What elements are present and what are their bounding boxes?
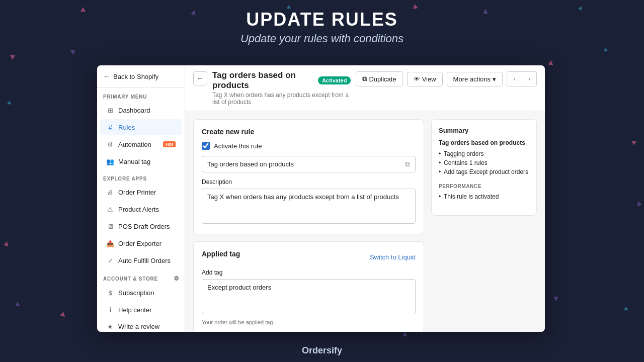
auto-fulfill-icon: ✓ [106, 256, 114, 264]
activate-checkbox[interactable] [202, 142, 210, 150]
app-container: ← Back to Shopify PRIMARY MENU ⊞ Dashboa… [97, 65, 545, 332]
duplicate-icon: ⧉ [362, 75, 367, 83]
sidebar-item-label: Manual tag [118, 158, 150, 165]
topbar: ← Tag orders based on products Activated… [185, 65, 545, 111]
pos-icon: 🖥 [106, 222, 114, 230]
primary-menu-label: PRIMARY MENU [97, 88, 185, 102]
summary-item-0: Tagging orders [439, 149, 529, 158]
duplicate-button[interactable]: ⧉ Duplicate [356, 71, 403, 86]
sidebar-item-label: Rules [118, 124, 135, 131]
activate-label: Activate this rule [214, 142, 262, 150]
summary-card: Summary Tag orders based on products Tag… [431, 119, 537, 216]
sidebar-item-auto-fulfill[interactable]: ✓ Auto Fulfill Orders [100, 252, 182, 268]
automation-icon: ⚙ [106, 140, 114, 148]
sidebar-item-order-printer[interactable]: 🖨 Order Printer [100, 184, 182, 200]
sidebar-item-label: Order Printer [118, 189, 156, 196]
sidebar-item-label: Auto Fulfill Orders [118, 257, 171, 264]
activate-checkbox-row: Activate this rule [202, 142, 416, 150]
topbar-title-area: Tag orders based on products Activated T… [212, 70, 351, 106]
explore-label: EXPLORE APPS [97, 170, 185, 184]
subscription-icon: $ [106, 289, 114, 297]
chevron-down-icon: ▾ [493, 75, 496, 83]
sidebar-item-label: Order Exporter [118, 240, 162, 247]
settings-icon[interactable]: ⚙ [174, 275, 180, 282]
sidebar-item-pos-draft-orders[interactable]: 🖥 POS Draft Orders [100, 218, 182, 234]
next-arrow-button[interactable]: › [522, 71, 537, 86]
performance-list: This rule is activated [439, 192, 529, 201]
dashboard-icon: ⊞ [106, 106, 114, 114]
create-rule-card: Create new rule Activate this rule Tag o… [193, 119, 424, 234]
description-label: Description [202, 178, 416, 186]
title-row: Tag orders based on products Activated [212, 70, 351, 90]
sidebar-item-label: POS Draft Orders [118, 223, 170, 230]
brand-name: Ordersify [302, 345, 342, 355]
right-panel: Summary Tag orders based on products Tag… [431, 119, 537, 324]
rule-name-field: Tag orders based on products ⧉ [202, 156, 416, 172]
create-rule-title: Create new rule [202, 128, 416, 136]
account-label-text: ACCOUNT & STORE [103, 276, 158, 282]
left-panel: Create new rule Activate this rule Tag o… [193, 119, 431, 324]
hero-section: UPDATE RULES Update your rules with cond… [0, 9, 644, 45]
prev-arrow-button[interactable]: ‹ [507, 71, 522, 86]
app-footer: Ordersify [0, 345, 644, 356]
exporter-icon: 📤 [106, 239, 114, 247]
back-arrow-icon: ← [103, 72, 110, 80]
topbar-subtitle: Tag X when orders has any products excep… [212, 92, 351, 106]
hot-badge: Hot [163, 141, 176, 147]
duplicate-label: Duplicate [369, 75, 396, 83]
more-actions-button[interactable]: More actions ▾ [447, 72, 503, 86]
content-area: Create new rule Activate this rule Tag o… [185, 111, 545, 332]
tag-textarea[interactable] [202, 279, 416, 314]
performance-label: PERFORMANCE [439, 184, 529, 189]
sidebar-item-label: Subscription [118, 289, 154, 297]
order-printer-icon: 🖨 [106, 188, 114, 196]
view-label: View [422, 75, 436, 83]
summary-title: Summary [439, 127, 529, 134]
applied-tag-title: Applied tag [202, 250, 240, 258]
add-tag-label: Add tag [202, 269, 416, 276]
sidebar-item-subscription[interactable]: $ Subscription [100, 285, 182, 301]
sidebar-item-product-alerts[interactable]: ⚠ Product Alerts [100, 201, 182, 217]
tag-hint: Your order will be applied tag [202, 319, 416, 325]
performance-item-0: This rule is activated [439, 192, 529, 201]
applied-tag-card: Applied tag Switch to Liquid Add tag You… [193, 241, 424, 332]
sidebar-item-label: Automation [118, 141, 151, 148]
back-to-shopify[interactable]: ← Back to Shopify [97, 65, 185, 88]
page-title: Tag orders based on products [212, 70, 314, 90]
product-alerts-icon: ⚠ [106, 205, 114, 213]
sidebar-item-write-review[interactable]: ★ Write a review [100, 318, 182, 332]
summary-item-1: Contains 1 rules [439, 158, 529, 167]
star-icon: ★ [106, 322, 114, 330]
topbar-back-button[interactable]: ← [193, 71, 207, 85]
hero-subtitle: Update your rules with conditions [0, 32, 644, 45]
more-actions-label: More actions [453, 75, 491, 83]
summary-item-2: Add tags Except product orders [439, 167, 529, 176]
sidebar: ← Back to Shopify PRIMARY MENU ⊞ Dashboa… [97, 65, 185, 332]
sidebar-item-order-exporter[interactable]: 📤 Order Exporter [100, 235, 182, 251]
rules-icon: # [106, 123, 114, 131]
eye-icon: 👁 [414, 75, 420, 83]
sidebar-item-help-center[interactable]: ℹ Help center [100, 302, 182, 318]
sidebar-item-dashboard[interactable]: ⊞ Dashboard [100, 102, 182, 118]
account-store-label: ACCOUNT & STORE ⚙ [97, 269, 185, 284]
switch-liquid-button[interactable]: Switch to Liquid [370, 253, 416, 261]
help-icon: ℹ [106, 306, 114, 314]
sidebar-item-label: Product Alerts [118, 206, 159, 213]
sidebar-item-rules[interactable]: # Rules [100, 119, 182, 135]
back-label: Back to Shopify [113, 73, 158, 80]
sidebar-item-label: Dashboard [118, 107, 150, 114]
main-content: ← Tag orders based on products Activated… [185, 65, 545, 332]
manual-tag-icon: 👥 [106, 157, 114, 165]
sidebar-item-manual-tag[interactable]: 👥 Manual tag [100, 153, 182, 169]
description-textarea[interactable] [202, 189, 416, 224]
applied-tag-header: Applied tag Switch to Liquid [202, 250, 416, 264]
summary-list: Tagging orders Contains 1 rules Add tags… [439, 149, 529, 176]
view-button[interactable]: 👁 View [407, 72, 443, 86]
copy-icon[interactable]: ⧉ [405, 160, 410, 168]
activated-badge: Activated [318, 76, 351, 84]
hero-title: UPDATE RULES [0, 9, 644, 30]
topbar-actions: ⧉ Duplicate 👁 View More actions ▾ ‹ › [356, 71, 537, 86]
summary-rule-name: Tag orders based on products [439, 139, 529, 146]
sidebar-item-automation[interactable]: ⚙ Automation Hot [100, 136, 182, 152]
sidebar-item-label: Write a review [118, 323, 159, 330]
